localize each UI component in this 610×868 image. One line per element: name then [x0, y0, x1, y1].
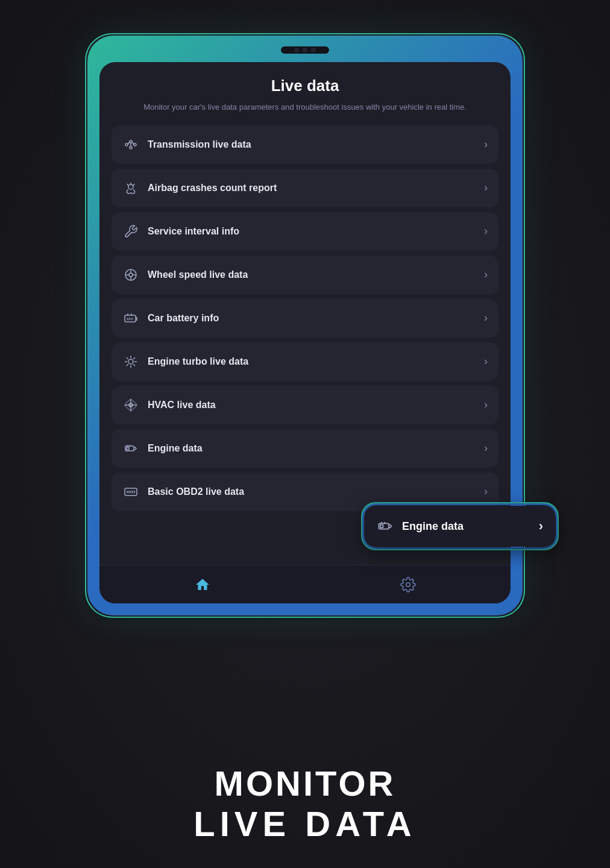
svg-point-2	[134, 143, 136, 146]
engine-popup-icon	[377, 518, 394, 535]
engine-popup-left: Engine data	[377, 518, 464, 535]
svg-line-5	[132, 142, 134, 145]
menu-list: Transmission live data ›	[112, 125, 498, 511]
turbo-icon	[122, 353, 139, 370]
svg-line-4	[128, 142, 130, 145]
menu-item-turbo[interactable]: Engine turbo live data ›	[112, 342, 498, 381]
menu-item-left-battery: 12V Car battery info	[122, 310, 219, 327]
obd2-icon	[122, 483, 139, 500]
camera-dot	[294, 48, 299, 52]
page-title: Live data	[112, 77, 498, 95]
battery-label: Car battery info	[148, 313, 219, 324]
wheel-icon	[122, 266, 139, 283]
engine-label: Engine data	[148, 443, 203, 454]
svg-rect-33	[380, 525, 383, 528]
monitor-line2: LIVE DATA	[193, 804, 417, 844]
hvac-icon	[122, 397, 139, 414]
menu-item-left-airbag: Airbag crashes count report	[122, 180, 277, 197]
svg-point-12	[129, 273, 133, 277]
menu-item-left-wheel: Wheel speed live data	[122, 266, 248, 283]
wheel-label: Wheel speed live data	[148, 269, 248, 280]
transmission-chevron: ›	[484, 138, 488, 151]
menu-item-engine[interactable]: Engine data ›	[112, 429, 498, 468]
menu-item-battery[interactable]: 12V Car battery info ›	[112, 299, 498, 338]
turbo-label: Engine turbo live data	[148, 356, 248, 367]
svg-point-3	[130, 146, 132, 149]
airbag-chevron: ›	[484, 181, 488, 194]
svg-point-31	[406, 582, 410, 587]
battery-chevron: ›	[484, 312, 488, 324]
obd2-chevron: ›	[484, 485, 488, 498]
menu-item-wheel[interactable]: Wheel speed live data ›	[112, 256, 498, 294]
monitor-line1: MONITOR	[193, 763, 417, 804]
battery-icon: 12V	[122, 310, 139, 327]
svg-point-7	[128, 184, 133, 189]
sensor-dot	[311, 48, 316, 52]
menu-item-airbag[interactable]: Airbag crashes count report ›	[112, 169, 498, 207]
engine-popup-label: Engine data	[402, 520, 464, 533]
airbag-icon	[122, 180, 139, 197]
svg-line-10	[127, 184, 128, 186]
hvac-label: HVAC live data	[148, 400, 216, 410]
svg-line-9	[133, 184, 134, 186]
transmission-label: Transmission live data	[148, 139, 251, 150]
menu-item-service[interactable]: Service interval info ›	[112, 212, 498, 251]
menu-item-hvac[interactable]: HVAC live data ›	[112, 386, 498, 424]
nav-home[interactable]	[187, 570, 218, 600]
menu-item-left-service: Service interval info	[122, 223, 239, 240]
svg-point-1	[130, 140, 132, 143]
tablet-notch	[281, 46, 329, 54]
menu-item-left-hvac: HVAC live data	[122, 397, 216, 414]
svg-point-21	[128, 359, 133, 364]
svg-text:12V: 12V	[127, 317, 133, 321]
tablet-frame: Live data Monitor your car's live data p…	[88, 36, 522, 615]
engine-icon	[122, 440, 139, 457]
service-icon	[122, 223, 139, 240]
menu-item-left-engine: Engine data	[122, 440, 203, 457]
speaker-dot	[303, 48, 307, 52]
obd2-label: Basic OBD2 live data	[148, 486, 244, 497]
screen-content: Live data Monitor your car's live data p…	[99, 62, 511, 560]
menu-item-left: Transmission live data	[122, 136, 251, 153]
engine-popup-chevron: ›	[539, 518, 543, 534]
airbag-label: Airbag crashes count report	[148, 183, 277, 193]
hvac-chevron: ›	[484, 398, 488, 411]
nav-settings[interactable]	[393, 570, 423, 600]
transmission-icon	[122, 136, 139, 153]
wheel-chevron: ›	[484, 268, 488, 281]
svg-rect-24	[127, 447, 129, 450]
service-chevron: ›	[484, 225, 488, 237]
bottom-nav	[99, 565, 511, 603]
engine-data-popup[interactable]: Engine data ›	[363, 505, 556, 548]
menu-item-left-turbo: Engine turbo live data	[122, 353, 248, 370]
service-label: Service interval info	[148, 226, 239, 237]
outer-wrapper: Live data Monitor your car's live data p…	[0, 0, 610, 868]
svg-point-0	[125, 143, 128, 146]
monitor-text: MONITOR LIVE DATA	[193, 763, 417, 844]
menu-item-left-obd2: Basic OBD2 live data	[122, 483, 244, 500]
page-subtitle: Monitor your car's live data parameters …	[112, 101, 498, 113]
turbo-chevron: ›	[484, 355, 488, 368]
engine-data-chevron: ›	[484, 442, 488, 454]
menu-item-transmission[interactable]: Transmission live data ›	[112, 125, 498, 164]
